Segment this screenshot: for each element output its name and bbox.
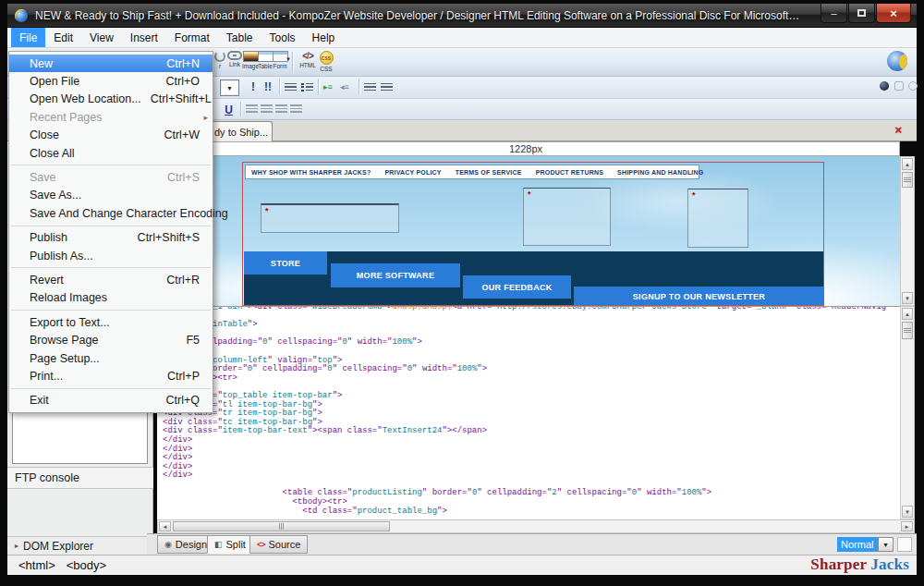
scroll-right-icon[interactable]: ► xyxy=(901,521,913,531)
sidebar-listbox[interactable] xyxy=(12,406,148,464)
statusbar-html-tag[interactable]: <html> xyxy=(18,558,55,572)
view-tab-design[interactable]: ◉Design xyxy=(157,535,214,554)
form-field-box[interactable]: * xyxy=(523,188,611,246)
format-dropdown-arrow[interactable]: ▼ xyxy=(878,537,894,552)
align-right-button[interactable] xyxy=(275,104,287,114)
menubar-item-format[interactable]: Format xyxy=(166,28,218,47)
minimize-button[interactable]: – xyxy=(821,4,847,23)
view-tab-source[interactable]: <>Source xyxy=(249,535,308,554)
menubar-item-edit[interactable]: Edit xyxy=(45,28,81,47)
file-menu-item-recent-pages[interactable]: Recent Pages▸ xyxy=(9,108,213,126)
close-button[interactable]: × xyxy=(876,4,911,23)
menubar-item-file[interactable]: File xyxy=(11,28,45,47)
kompozer-app-icon xyxy=(15,9,28,22)
menu-item-label: Print... xyxy=(30,370,158,383)
strong-emphasis-button[interactable]: !! xyxy=(264,80,272,93)
page-nav-link[interactable]: WHY SHOP WITH SHARPER JACKS? xyxy=(251,169,371,176)
menubar-item-view[interactable]: View xyxy=(81,28,122,47)
file-menu-item-new[interactable]: NewCtrl+N xyxy=(9,55,213,72)
shape-tool-icon[interactable] xyxy=(894,81,904,91)
source-vertical-scrollbar[interactable]: ▲ ▼ xyxy=(900,306,915,519)
align-left-icon[interactable] xyxy=(364,83,376,92)
horizontal-scroll-thumb[interactable] xyxy=(173,521,390,531)
page-nav-link[interactable]: SHIPPING AND HANDLING xyxy=(617,169,703,176)
file-menu-item-close[interactable]: CloseCtrl+W xyxy=(9,127,213,144)
design-vertical-scrollbar[interactable]: ▲ ▼ xyxy=(900,156,915,306)
align-center-button[interactable] xyxy=(261,104,273,114)
underline-button[interactable]: U xyxy=(221,102,237,117)
design-scroll-thumb[interactable] xyxy=(902,172,913,188)
scroll-up-icon[interactable]: ▲ xyxy=(902,308,913,320)
page-nav-link[interactable]: TERMS OF SERVICE xyxy=(456,169,522,176)
file-menu-item-browse-page[interactable]: Browse PageF5 xyxy=(9,331,213,348)
toolbar-separator xyxy=(240,102,241,116)
design-view[interactable]: WHY SHOP WITH SHARPER JACKS?PRIVACY POLI… xyxy=(157,156,900,306)
paragraph-format-combo[interactable]: ▼ xyxy=(220,79,239,96)
file-menu-item-export-to-text[interactable]: Export to Text... xyxy=(9,313,213,331)
file-menu-item-save-and-change-character-encoding[interactable]: Save And Change Character Encoding xyxy=(9,204,213,222)
css-button[interactable]: CSS CSS xyxy=(313,49,339,75)
menubar-item-table[interactable]: Table xyxy=(218,28,261,47)
file-menu-item-close-all[interactable]: Close All xyxy=(9,144,213,162)
page-button-our-feedback[interactable]: OUR FEEDBACK xyxy=(463,275,571,299)
circle-tool-icon[interactable] xyxy=(908,81,918,91)
paragraph-format-value[interactable]: Normal xyxy=(837,537,878,552)
source-code[interactable]: class="row_1 bin"><div class="wideBreadc… xyxy=(163,306,886,516)
dom-explorer-header[interactable]: ▸ DOM Explorer xyxy=(7,536,153,555)
selected-page-container[interactable]: WHY SHOP WITH SHARPER JACKS?PRIVACY POLI… xyxy=(242,162,824,306)
scroll-left-icon[interactable]: ◄ xyxy=(159,521,171,531)
sphere-tool-icon[interactable] xyxy=(880,81,889,91)
file-menu-item-page-setup[interactable]: Page Setup... xyxy=(9,349,213,367)
bullet-list-icon[interactable] xyxy=(301,83,313,92)
browse-globe-icon[interactable] xyxy=(887,51,907,71)
page-button-more-software[interactable]: MORE SOFTWARE xyxy=(331,263,460,287)
source-horizontal-scrollbar[interactable]: ◄ ► xyxy=(157,519,915,533)
outdent-icon[interactable]: ◂≡ xyxy=(340,82,349,92)
emphasis-button[interactable]: ! xyxy=(251,80,255,93)
file-menu-item-save-as[interactable]: Save As... xyxy=(9,187,213,204)
source-view[interactable]: class="row_1 bin"><div class="wideBreadc… xyxy=(157,306,900,519)
form-field-box[interactable]: * xyxy=(687,189,748,248)
align-justify-button[interactable] xyxy=(290,104,302,114)
file-menu-item-open-web-location[interactable]: Open Web Location...Ctrl+Shift+L xyxy=(9,91,213,108)
menu-item-label: Exit xyxy=(30,394,157,407)
align-left-button[interactable] xyxy=(246,104,258,114)
file-menu-item-publish-as[interactable]: Publish As... xyxy=(9,247,213,264)
source-code-line: class="row_1 bin"><div class="wideBreadc… xyxy=(163,306,886,312)
thumb-grip xyxy=(279,523,285,530)
file-menu-item-exit[interactable]: ExitCtrl+Q xyxy=(9,392,213,409)
form-button[interactable]: Form xyxy=(267,49,293,75)
page-nav-link[interactable]: PRIVACY POLICY xyxy=(384,169,441,176)
source-scroll-thumb[interactable] xyxy=(902,322,913,339)
file-menu-item-reload-images[interactable]: Reload Images xyxy=(9,289,213,307)
menu-item-shortcut: Ctrl+R xyxy=(166,274,200,287)
file-menu-item-open-file[interactable]: Open FileCtrl+O xyxy=(9,72,213,90)
file-menu-item-print[interactable]: Print...Ctrl+P xyxy=(9,367,213,385)
menubar-item-help[interactable]: Help xyxy=(304,28,344,47)
view-tab-split[interactable]: ◧Split xyxy=(207,535,253,554)
file-menu-item-revert[interactable]: RevertCtrl+R xyxy=(9,271,213,288)
form-dropdown-arrow[interactable]: ▼ xyxy=(286,56,291,62)
title-bar[interactable]: NEW & Ready to Ship Fast! + Download Inc… xyxy=(7,4,917,28)
ftp-console-header[interactable]: FTP console xyxy=(7,467,153,489)
scroll-up-icon[interactable]: ▲ xyxy=(902,158,913,170)
statusbar-body-tag[interactable]: <body> xyxy=(67,558,106,572)
scroll-down-icon[interactable]: ▼ xyxy=(902,506,913,518)
page-button-store[interactable]: STORE xyxy=(244,251,327,275)
horizontal-ruler: 1228px xyxy=(157,141,900,156)
window-title: NEW & Ready to Ship Fast! + Download Inc… xyxy=(35,9,802,22)
align-right-icon[interactable] xyxy=(381,83,393,92)
page-button-signup-to-our-newsletter[interactable]: SIGNUP TO OUR NEWSLETTER xyxy=(574,287,824,306)
menu-item-label: Open File xyxy=(30,75,157,88)
menubar-item-insert[interactable]: Insert xyxy=(122,28,166,47)
form-field-box[interactable]: * xyxy=(261,203,399,233)
numbered-list-icon[interactable] xyxy=(285,83,297,92)
scroll-down-icon[interactable]: ▼ xyxy=(902,292,913,304)
indent-icon[interactable]: ▸≡ xyxy=(323,82,333,92)
menubar-item-tools[interactable]: Tools xyxy=(261,28,304,47)
file-menu-item-publish[interactable]: PublishCtrl+Shift+S xyxy=(9,229,213,247)
page-nav-link[interactable]: PRODUCT RETURNS xyxy=(536,169,603,176)
file-menu-item-save[interactable]: SaveCtrl+S xyxy=(9,168,213,186)
maximize-button[interactable] xyxy=(848,4,875,23)
close-page-icon[interactable]: × xyxy=(894,123,902,137)
